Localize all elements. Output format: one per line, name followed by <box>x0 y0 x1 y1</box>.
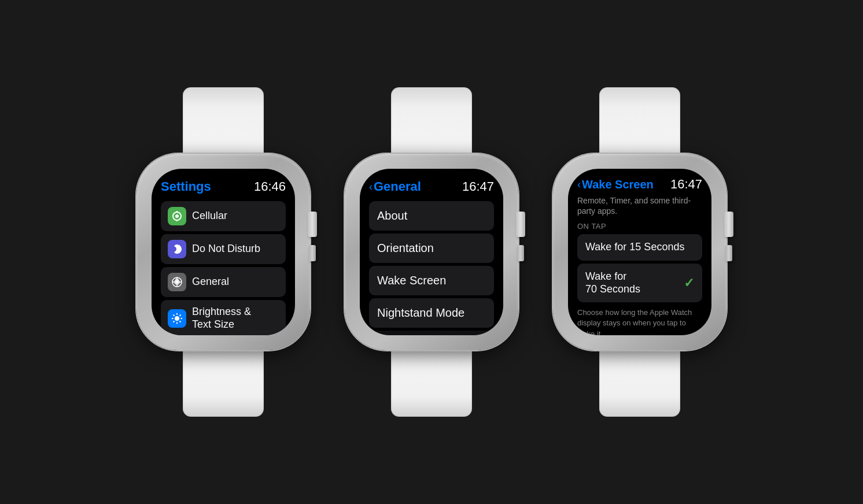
band-top-3 <box>599 87 680 154</box>
back-chevron-2[interactable]: ‹ <box>369 181 373 193</box>
side-button-1[interactable] <box>309 245 316 261</box>
brightness-label: Brightness &Text Size <box>192 306 251 331</box>
wake-70-label: Wake for70 Seconds <box>585 270 640 295</box>
dnd-item[interactable]: Do Not Disturb <box>161 234 286 264</box>
cellular-icon <box>168 207 186 225</box>
wake-70-checkmark: ✓ <box>684 276 694 291</box>
dnd-label: Do Not Disturb <box>192 243 260 255</box>
settings-menu: Cellular Do Not Disturb <box>161 201 286 335</box>
general-time: 16:47 <box>462 179 494 194</box>
about-item[interactable]: About <box>369 201 494 231</box>
watch-settings: Settings 16:46 <box>137 87 310 417</box>
wake-time: 16:47 <box>670 177 702 192</box>
wake-70-option[interactable]: Wake for70 Seconds ✓ <box>577 264 702 302</box>
brightness-item[interactable]: Brightness &Text Size <box>161 300 286 335</box>
on-tap-label: ON TAP <box>577 222 702 231</box>
svg-line-19 <box>174 321 175 322</box>
wake-description: Choose how long the Apple Watch display … <box>577 307 702 335</box>
general-icon <box>168 273 186 291</box>
svg-line-18 <box>180 314 181 316</box>
digital-crown-1[interactable] <box>308 212 317 237</box>
wake-15-option[interactable]: Wake for 15 Seconds <box>577 234 702 261</box>
general-label: General <box>192 276 229 288</box>
brightness-icon <box>168 309 186 328</box>
wake-header: ‹ Wake Screen 16:47 <box>577 177 702 192</box>
wake-title: Wake Screen <box>582 178 654 191</box>
watch-screen-1: Settings 16:46 <box>152 169 295 335</box>
side-button-3[interactable] <box>725 245 732 261</box>
band-bottom-2 <box>391 350 472 417</box>
general-title: General <box>374 179 421 194</box>
orientation-item[interactable]: Orientation <box>369 234 494 263</box>
orientation-label: Orientation <box>377 242 434 254</box>
watch-case-2: ‹ General 16:47 About Orientation <box>345 154 518 350</box>
band-top-2 <box>391 87 472 154</box>
wake-screen-item[interactable]: Wake Screen <box>369 266 494 295</box>
watch-case-3: ‹ Wake Screen 16:47 Remote, Timer, and s… <box>553 154 726 350</box>
nightstand-item[interactable]: Nightstand Mode <box>369 298 494 328</box>
cellular-item[interactable]: Cellular <box>161 201 286 231</box>
watch-wake: ‹ Wake Screen 16:47 Remote, Timer, and s… <box>553 87 726 417</box>
nightstand-label: Nightstand Mode <box>377 306 464 319</box>
general-title-group: ‹ General <box>369 179 421 194</box>
location-item[interactable]: Location Services <box>369 331 494 335</box>
band-top-1 <box>183 87 264 154</box>
watch-screen-3: ‹ Wake Screen 16:47 Remote, Timer, and s… <box>568 169 711 335</box>
svg-point-1 <box>175 214 179 218</box>
svg-line-16 <box>174 314 175 316</box>
settings-header: Settings 16:46 <box>161 179 286 194</box>
digital-crown-3[interactable] <box>724 212 733 237</box>
watch-screen-2: ‹ General 16:47 About Orientation <box>360 169 503 335</box>
general-header: ‹ General 16:47 <box>369 179 494 194</box>
band-bottom-1 <box>183 350 264 417</box>
back-chevron-3[interactable]: ‹ <box>577 179 581 191</box>
watch-case-1: Settings 16:46 <box>137 154 310 350</box>
svg-line-17 <box>180 321 181 322</box>
wake-screen-label: Wake Screen <box>377 274 446 287</box>
about-label: About <box>377 209 407 222</box>
band-bottom-3 <box>599 350 680 417</box>
digital-crown-2[interactable] <box>516 212 525 237</box>
general-item[interactable]: General <box>161 267 286 297</box>
general-screen: ‹ General 16:47 About Orientation <box>360 169 503 335</box>
wake-15-label: Wake for 15 Seconds <box>585 241 684 254</box>
watch-general: ‹ General 16:47 About Orientation <box>345 87 518 417</box>
wake-subtitle: Remote, Timer, and some third-party apps… <box>577 195 702 216</box>
settings-screen: Settings 16:46 <box>152 169 295 335</box>
dnd-icon <box>168 240 186 258</box>
general-menu: About Orientation Wake Screen Nightstand… <box>369 201 494 335</box>
settings-time: 16:46 <box>254 179 286 194</box>
settings-title: Settings <box>161 179 211 194</box>
wake-title-group: ‹ Wake Screen <box>577 178 654 191</box>
cellular-label: Cellular <box>192 210 227 223</box>
wake-screen: ‹ Wake Screen 16:47 Remote, Timer, and s… <box>568 169 711 335</box>
svg-point-11 <box>175 316 179 321</box>
watches-container: Settings 16:46 <box>137 87 726 417</box>
side-button-2[interactable] <box>517 245 524 261</box>
